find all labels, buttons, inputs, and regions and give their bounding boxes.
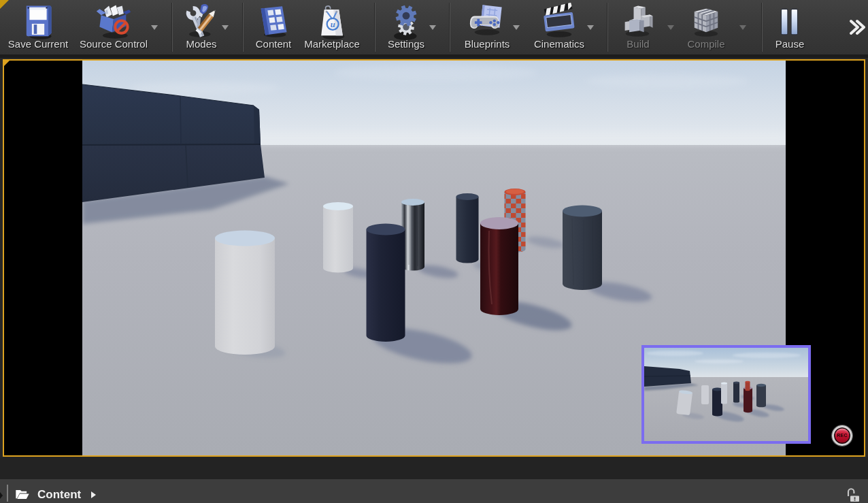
svg-text:u: u xyxy=(331,20,335,29)
